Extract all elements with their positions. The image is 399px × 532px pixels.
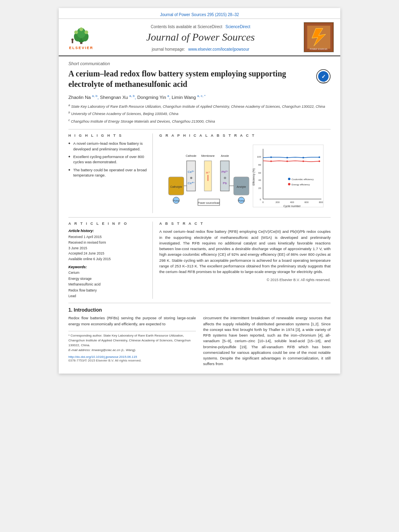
intro-left-text: Redox flow batteries (RFBs) serving the …	[68, 315, 196, 327]
author-2: Shengnan Xu	[100, 95, 128, 100]
svg-text:Anode: Anode	[221, 154, 229, 157]
elsevier-tree-icon	[69, 25, 93, 45]
main-content: Short communication A cerium–lead redox …	[59, 56, 340, 374]
article-history-items: Received 1 April 2015 Received in revise…	[68, 234, 148, 262]
svg-point-6	[84, 30, 88, 34]
homepage-link[interactable]: www.elsevier.com/locate/jpowsour	[188, 47, 249, 51]
svg-text:100: 100	[257, 156, 261, 158]
author-4: Limin Wang	[172, 95, 196, 100]
elsevier-logo: ELSEVIER	[65, 25, 97, 50]
svg-point-70	[288, 178, 290, 180]
svg-text:Ce³⁺: Ce³⁺	[188, 170, 195, 174]
svg-text:Power source/load: Power source/load	[198, 201, 220, 204]
article-info-abstract-section: A R T I C L E I N F O Article history: R…	[68, 217, 331, 299]
affiliation-b: b University of Chinese Academy of Scien…	[68, 110, 331, 117]
header-center: Contents lists available at ScienceDirec…	[97, 23, 304, 52]
svg-text:✓: ✓	[321, 74, 326, 80]
journal-title: Journal of Power Sources	[97, 31, 304, 43]
svg-point-63	[286, 157, 288, 158]
highlight-item-1: A novel cerium–lead redox flow battery i…	[68, 141, 148, 152]
graphical-abstract-svg: Catholyte Pump Anolyte Pump Catho	[159, 141, 331, 213]
title-row: A cerium–lead redox flow battery system …	[68, 68, 331, 94]
crossmark: ✓ CrossMark	[316, 69, 331, 85]
available-online-date: Available online 6 July 2015	[68, 257, 148, 262]
highlights-heading: H I G H L I G H T S	[68, 134, 148, 138]
svg-text:Catholyte: Catholyte	[170, 185, 182, 189]
author-1: Zhaolin Na	[68, 95, 91, 100]
section-divider	[68, 303, 331, 303]
svg-point-67	[286, 160, 288, 162]
svg-text:400: 400	[290, 201, 294, 203]
article-info-heading: A R T I C L E I N F O	[68, 222, 148, 226]
svg-text:Pump: Pump	[238, 199, 245, 202]
svg-text:⊕: ⊕	[190, 176, 193, 180]
introduction-columns: Redox flow batteries (RFBs) serving the …	[68, 315, 331, 367]
svg-text:Energy efficiency: Energy efficiency	[292, 183, 310, 186]
svg-point-65	[319, 156, 320, 158]
article-type: Short communication	[68, 61, 331, 66]
highlight-item-2: Excellent cycling performance of over 80…	[68, 154, 148, 165]
crossmark-icon: ✓ CrossMark	[316, 69, 331, 84]
science-direct-label: Contents lists available at ScienceDirec…	[97, 23, 304, 30]
abstract-text: A novel cerium–lead redox flow battery (…	[159, 229, 331, 275]
article-history-label: Article history:	[68, 229, 148, 233]
intro-right-column: circumvent the intermittent breakdown of…	[203, 315, 331, 367]
abstract-heading: A B S T R A C T	[159, 222, 331, 226]
introduction-heading: 1. Introduction	[68, 307, 331, 313]
svg-text:Membrane: Membrane	[201, 154, 215, 157]
svg-text:Pb²⁺: Pb²⁺	[222, 170, 228, 174]
svg-text:600: 600	[304, 201, 309, 203]
top-bar: Journal of Power Sources 295 (2015) 28–3…	[59, 8, 340, 19]
elsevier-text: ELSEVIER	[69, 46, 94, 50]
svg-text:Cathode: Cathode	[186, 154, 197, 157]
article-info-column: A R T I C L E I N F O Article history: R…	[68, 222, 153, 299]
header-section: ELSEVIER Contents lists available at Sci…	[59, 19, 340, 56]
footnote-section: * Corresponding author. State Key Labora…	[68, 331, 196, 353]
abstract-column: A B S T R A C T A novel cerium–lead redo…	[159, 222, 331, 299]
highlights-column: H I G H L I G H T S A novel cerium–lead …	[68, 134, 153, 213]
author-1-sup: a, b	[92, 94, 97, 98]
svg-text:⊖: ⊖	[224, 176, 226, 180]
highlights-list: A novel cerium–lead redox flow battery i…	[68, 141, 148, 178]
doi-link[interactable]: http://dx.doi.org/10.1016/j.jpowsour.201…	[68, 355, 196, 359]
affiliations: a State Key Laboratory of Rare Earth Res…	[68, 103, 331, 125]
received-date: Received 1 April 2015	[68, 234, 148, 240]
article-title: A cerium–lead redox flow battery system …	[68, 68, 312, 89]
keyword-5: Lead	[68, 293, 148, 299]
intro-right-text: circumvent the intermittent breakdown of…	[203, 315, 331, 367]
authors-line: Zhaolin Na a, b, Shengnan Xu a, b, Dongm…	[68, 94, 331, 100]
highlight-item-3: The battery could be operated over a bro…	[68, 167, 148, 178]
homepage-line: journal homepage: www.elsevier.com/locat…	[97, 45, 304, 52]
author-3: Dongming Yin	[137, 95, 166, 100]
svg-text:H⁺: H⁺	[206, 171, 210, 175]
svg-text:200: 200	[276, 201, 280, 203]
author-3-sup: a	[167, 94, 169, 98]
svg-point-64	[302, 157, 304, 158]
science-direct-link[interactable]: ScienceDirect	[226, 25, 251, 29]
introduction-section: 1. Introduction Redox flow batteries (RF…	[68, 307, 331, 367]
keywords-list: Cerium Energy storage Methanesulfonic ac…	[68, 270, 148, 299]
svg-point-9	[71, 38, 73, 40]
journal-volume-link[interactable]: Journal of Power Sources 295 (2015) 28–3…	[160, 12, 239, 17]
svg-text:Coulombic efficiency: Coulombic efficiency	[292, 178, 314, 181]
graphical-abstract-column: G R A P H I C A L A B S T R A C T Cathol…	[159, 134, 331, 213]
accepted-date: Accepted 24 June 2015	[68, 251, 148, 257]
svg-point-69	[319, 160, 320, 162]
svg-point-5	[74, 30, 78, 34]
svg-text:Ce⁴⁺: Ce⁴⁺	[187, 181, 194, 185]
revised-date: 3 June 2015	[68, 246, 148, 251]
svg-point-62	[270, 156, 272, 158]
svg-text:60: 60	[258, 172, 261, 174]
email-footnote: E-mail address: lmwang@ciac.ac.cn (L. Wa…	[68, 348, 196, 353]
keyword-4: Redox flow battery	[68, 288, 148, 293]
keywords-label: Keywords:	[68, 265, 148, 269]
svg-point-68	[302, 160, 304, 162]
svg-text:Pb: Pb	[223, 181, 227, 185]
keyword-3: Methanesulfonic acid	[68, 281, 148, 287]
abstract-copyright: © 2015 Elsevier B.V. All rights reserved…	[159, 278, 331, 282]
svg-text:40: 40	[258, 179, 261, 181]
svg-text:Anolyte: Anolyte	[237, 185, 246, 189]
svg-text:20: 20	[258, 187, 261, 189]
graphical-abstract-image: Catholyte Pump Anolyte Pump Catho	[159, 141, 331, 213]
journal-cover-image: POWER SOURCES	[304, 22, 334, 52]
